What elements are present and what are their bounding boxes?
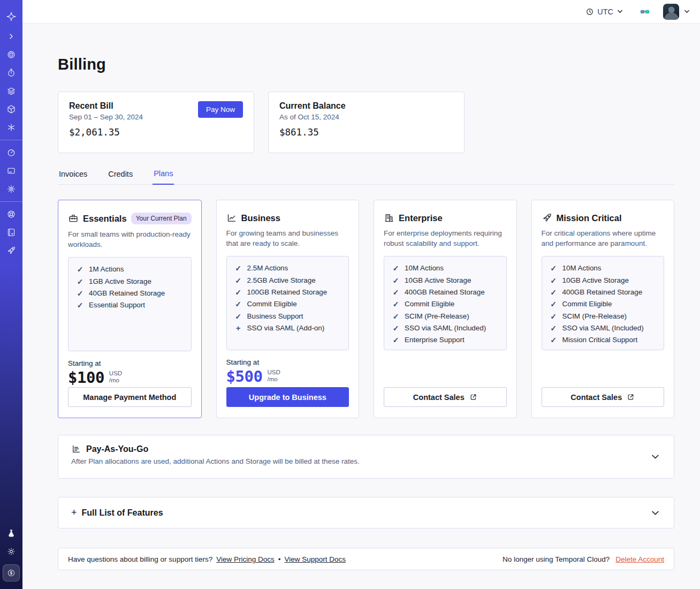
check-icon: ✓ <box>392 286 400 298</box>
check-icon: ✓ <box>392 298 400 310</box>
current-balance-amount: $861.35 <box>279 127 453 138</box>
recent-bill-card: Recent Bill Sep 01 – Sep 30, 2024 $2,061… <box>58 92 254 153</box>
feature-text: 40GB Retained Storage <box>89 288 165 299</box>
feature-text: Commit Eligible <box>562 298 612 310</box>
support-lifebuoy-icon[interactable] <box>5 208 18 221</box>
chevron-down-icon[interactable] <box>651 508 660 517</box>
tab-plans[interactable]: Plans <box>153 166 174 185</box>
price-period: /mo <box>267 376 280 383</box>
button-label: Contact Sales <box>413 393 465 402</box>
getting-started-rocket-icon[interactable] <box>5 244 18 257</box>
plan-features-box: ✓1M Actions ✓1GB Active Storage ✓40GB Re… <box>68 257 192 351</box>
page-title: Billing <box>58 55 674 73</box>
account-menu[interactable] <box>663 4 690 20</box>
labs-flask-icon[interactable] <box>5 527 18 540</box>
feature-text: SSO via SAML (Included) <box>562 322 644 334</box>
invoices-card-icon[interactable] <box>5 164 18 177</box>
contact-sales-button[interactable]: Contact Sales <box>384 387 506 407</box>
feature-row: ✓10M Actions <box>392 262 498 274</box>
feature-row: ✓SSO via SAML (Included) <box>392 322 498 334</box>
plan-card-enterprise: Enterprise For enterprise deployments re… <box>374 200 516 418</box>
current-balance-asof: As of Oct 15, 2024 <box>279 113 453 121</box>
footer-question: Have questions about billing or support … <box>68 555 212 563</box>
price-currency: USD <box>109 370 122 377</box>
feature-row: ✓Commit Eligible <box>234 298 341 310</box>
feature-row: ✓1GB Active Storage <box>76 276 184 288</box>
building-icon <box>384 213 394 223</box>
check-icon: ✓ <box>550 286 558 298</box>
plus-icon: + <box>234 322 242 334</box>
contact-sales-button[interactable]: Contact Sales <box>542 387 664 407</box>
external-link-icon <box>469 393 477 401</box>
feature-row: ✓1M Actions <box>76 263 184 275</box>
billing-dollar-icon <box>5 567 18 579</box>
feature-text: 1M Actions <box>89 263 124 275</box>
tab-invoices[interactable]: Invoices <box>58 166 88 184</box>
feature-row: ✓SSO via SAML (Included) <box>550 322 656 334</box>
plan-features-box: ✓10M Actions ✓10GB Active Storage ✓400GB… <box>384 256 506 350</box>
manage-payment-method-button[interactable]: Manage Payment Method <box>68 387 192 407</box>
plan-features-box: ✓2.5M Actions ✓2.5GB Active Storage ✓100… <box>226 256 349 350</box>
view-pricing-docs-link[interactable]: View Pricing Docs <box>216 555 275 563</box>
nexus-asterisk-icon[interactable] <box>5 121 18 134</box>
tab-credits[interactable]: Credits <box>107 166 134 184</box>
payg-accordion[interactable]: Pay-As-You-Go After Plan allocations are… <box>58 435 674 479</box>
plan-name: Enterprise <box>399 213 443 223</box>
temporal-logo-icon[interactable] <box>5 10 18 22</box>
timezone-selector[interactable]: UTC <box>585 7 623 16</box>
sidebar-divider <box>0 201 22 202</box>
namespaces-icon[interactable] <box>5 48 18 61</box>
feature-row: ✓Commit Eligible <box>550 298 656 310</box>
workflows-cube-icon[interactable] <box>5 103 18 116</box>
usage-gauge-icon[interactable] <box>5 146 18 159</box>
plan-card-business: Business For growing teams and businesse… <box>216 200 359 418</box>
delete-account-link[interactable]: Delete Account <box>615 555 664 563</box>
theme-sun-icon[interactable] <box>5 545 18 558</box>
plan-description: For critical operations where uptime and… <box>542 228 664 248</box>
feature-text: 1GB Active Storage <box>89 276 151 288</box>
plan-name: Mission Critical <box>557 213 622 223</box>
check-icon: ✓ <box>550 298 558 310</box>
avatar <box>663 4 679 20</box>
feature-row: ✓100GB Retained Storage <box>234 286 341 298</box>
upgrade-to-business-button[interactable]: Upgrade to Business <box>226 387 349 407</box>
feature-row: ✓Essential Support <box>76 299 184 311</box>
price-currency: USD <box>267 369 280 376</box>
sidebar-divider <box>0 140 22 140</box>
expand-sidebar-icon[interactable] <box>5 30 18 43</box>
check-icon: ✓ <box>550 275 558 286</box>
feature-row: ✓Commit Eligible <box>392 298 498 310</box>
settings-gear-icon[interactable] <box>5 183 18 195</box>
chevron-down-icon <box>617 8 623 15</box>
feature-text: SSO via SAML (Included) <box>405 322 486 334</box>
full-features-accordion[interactable]: + Full List of Features <box>58 497 674 528</box>
topbar: UTC <box>22 0 700 24</box>
bar-chart-icon <box>71 444 81 454</box>
check-icon: ✓ <box>234 311 242 322</box>
plus-icon: + <box>71 507 77 518</box>
view-support-docs-link[interactable]: View Support Docs <box>284 555 346 563</box>
current-balance-title: Current Balance <box>279 101 453 111</box>
sidebar-item-billing-active[interactable] <box>3 564 20 582</box>
feature-row: ✓10GB Active Storage <box>392 275 498 286</box>
chevron-down-icon[interactable] <box>651 452 660 462</box>
docs-book-icon[interactable] <box>5 226 18 239</box>
feature-row: +SSO via SAML (Add-on) <box>234 322 341 334</box>
check-icon: ✓ <box>550 322 558 334</box>
check-icon: ✓ <box>76 299 84 311</box>
feature-text: 10M Actions <box>562 262 602 274</box>
feature-text: Enterprise Support <box>405 334 465 346</box>
deployments-icon[interactable] <box>5 85 18 97</box>
schedules-icon[interactable] <box>5 66 18 79</box>
button-label: Contact Sales <box>570 393 622 402</box>
price-period: /mo <box>109 377 122 384</box>
pay-now-button[interactable]: Pay Now <box>198 101 243 118</box>
feature-text: Commit Eligible <box>247 298 297 310</box>
3d-glasses-icon[interactable] <box>638 5 651 18</box>
plan-price: $100 <box>68 368 104 387</box>
price-block: Starting at $500 USD/mo <box>226 358 349 386</box>
check-icon: ✓ <box>392 275 400 286</box>
starting-at-label: Starting at <box>226 358 349 366</box>
check-icon: ✓ <box>234 286 242 298</box>
chevron-down-icon <box>683 8 690 15</box>
